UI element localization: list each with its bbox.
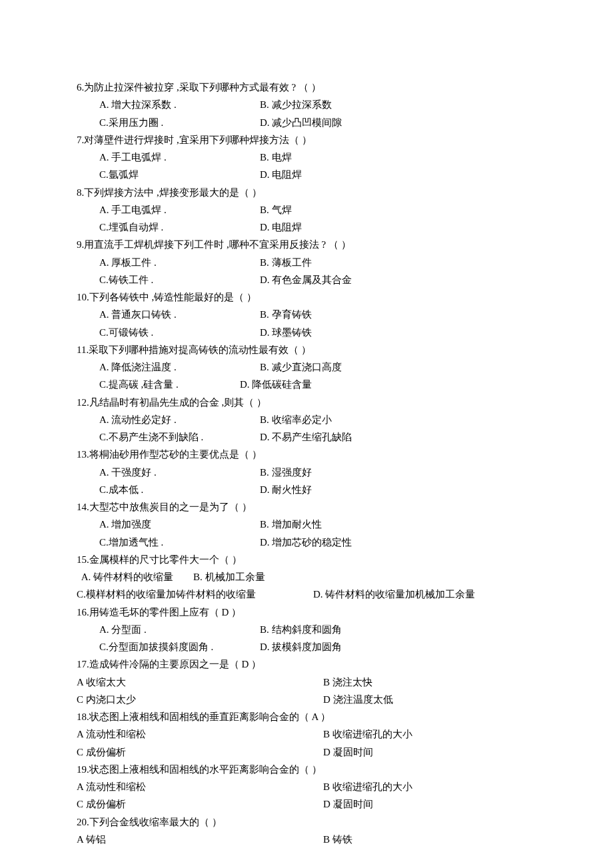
question-19: 19.状态图上液相线和固相线的水平距离影响合金的（ ） A 流动性和缩松 B 收…	[77, 761, 536, 813]
options-line-1: A. 铸件材料的收缩量 B. 机械加工余量	[77, 568, 536, 586]
option-b: B 收缩进缩孔的大小	[323, 778, 412, 795]
option-c: C.提高碳 ,硅含量 .	[77, 376, 240, 393]
question-11: 11.采取下列哪种措施对提高铸铁的流动性最有效（ ） A. 降低浇注温度 . B…	[77, 341, 536, 394]
options-row: A. 增加强度 B. 增加耐火性	[77, 516, 536, 533]
option-d: D. 耐火性好	[260, 481, 312, 498]
option-b: B. 薄板工件	[260, 254, 312, 271]
option-c: C.埋弧自动焊 .	[77, 218, 260, 236]
q-body: 采取下列哪种措施对提高铸铁的流动性最有效（ ）	[89, 344, 311, 355]
option-c: C 成份偏析	[77, 743, 323, 761]
question-18: 18.状态图上液相线和固相线的垂直距离影响合金的（ A ） A 流动性和缩松 B…	[77, 708, 536, 761]
options-row: A. 厚板工件 . B. 薄板工件	[77, 254, 536, 271]
option-d: D. 有色金属及其合金	[260, 271, 352, 288]
option-c: C 内浇口太少	[77, 691, 323, 708]
question-text: 13.将桐油砂用作型芯砂的主要优点是（ ）	[77, 446, 536, 463]
q-num: 14	[77, 502, 87, 512]
question-text: 14.大型芯中放焦炭目的之一是为了（ ）	[77, 498, 536, 516]
question-10: 10.下列各铸铁中 ,铸造性能最好的是（ ） A. 普通灰口铸铁 . B. 孕育…	[77, 288, 536, 341]
options-row: C.提高碳 ,硅含量 . D. 降低碳硅含量	[77, 376, 536, 393]
q-num: 16	[77, 607, 87, 618]
option-c: C.增加透气性 .	[77, 534, 260, 551]
option-b: B 收缩进缩孔的大小	[323, 725, 412, 743]
options-line-2: C.模样材料的收缩量加铸件材料的收缩量 D. 铸件材料的收缩量加机械加工余量	[77, 586, 536, 603]
options-row: C.采用压力圈 . D. 减少凸凹模间隙	[77, 114, 536, 131]
option-b: B. 孕育铸铁	[260, 306, 312, 323]
option-a: A. 干强度好 .	[77, 464, 260, 481]
question-20: 20.下列合金线收缩率最大的（ ） A 铸铝 B 铸铁	[77, 813, 536, 849]
question-text: 8.下列焊接方法中 ,焊接变形最大的是（ ）	[77, 184, 536, 201]
option-a: A 流动性和缩松	[77, 778, 323, 795]
options-row: A. 手工电弧焊 . B. 电焊	[77, 149, 536, 166]
option-c: C 成份偏析	[77, 795, 323, 813]
options-row: C.埋弧自动焊 . D. 电阻焊	[77, 218, 536, 236]
question-17: 17.造成铸件冷隔的主要原因之一是（ D ） A 收缩太大 B 浇注太快 C 内…	[77, 655, 536, 708]
q-num: 9	[77, 239, 82, 250]
question-8: 8.下列焊接方法中 ,焊接变形最大的是（ ） A. 手工电弧焊 . B. 气焊 …	[77, 184, 536, 236]
options-row: C.可锻铸铁 . D. 球墨铸铁	[77, 324, 536, 341]
question-12: 12.凡结晶时有初晶先生成的合金 ,则其（ ） A. 流动性必定好 . B. 收…	[77, 394, 536, 446]
options-row: A 收缩太大 B 浇注太快	[77, 673, 536, 691]
options-row: C 内浇口太少 D 浇注温度太低	[77, 691, 536, 708]
option-d: D 浇注温度太低	[323, 691, 393, 708]
question-13: 13.将桐油砂用作型芯砂的主要优点是（ ） A. 干强度好 . B. 湿强度好 …	[77, 446, 536, 498]
q-num: 15	[77, 554, 87, 565]
options-row: A. 流动性必定好 . B. 收缩率必定小	[77, 411, 536, 428]
option-b: B. 增加耐火性	[260, 516, 322, 533]
option-d: D. 降低碳硅含量	[240, 376, 312, 393]
q-num: 10	[77, 292, 87, 302]
options-row: C.成本低 . D. 耐火性好	[77, 481, 536, 498]
q-num: 11	[77, 344, 86, 355]
question-9: 9.用直流手工焊机焊接下列工件时 ,哪种不宜采用反接法 ? （ ） A. 厚板工…	[77, 236, 536, 288]
options-row: C 成份偏析 D 凝固时间	[77, 795, 536, 813]
question-text: 6.为防止拉深件被拉穿 ,采取下列哪种方式最有效 ? （ ）	[77, 79, 536, 96]
option-a: A 收缩太大	[77, 673, 323, 691]
option-a: A 铸铝	[77, 831, 323, 848]
options-row: A. 降低浇注温度 . B. 减少直浇口高度	[77, 358, 536, 376]
option-b: B 浇注太快	[323, 673, 372, 691]
q-body: 大型芯中放焦炭目的之一是为了（ ）	[89, 502, 252, 512]
option-c: C.成本低 .	[77, 481, 260, 498]
option-d: D 凝固时间	[323, 795, 373, 813]
q-num: 20	[77, 817, 87, 827]
question-7: 7.对薄壁件进行焊接时 ,宜采用下列哪种焊接方法（ ） A. 手工电弧焊 . B…	[77, 131, 536, 184]
question-text: 15.金属模样的尺寸比零件大一个（ ）	[77, 551, 536, 568]
option-a: A. 手工电弧焊 .	[77, 201, 260, 218]
option-a: A. 手工电弧焊 .	[77, 149, 260, 166]
q-body: 用直流手工焊机焊接下列工件时 ,哪种不宜采用反接法 ? （ ）	[84, 239, 350, 250]
option-b: B. 电焊	[260, 149, 292, 166]
option-a: A. 增加强度	[77, 516, 260, 533]
question-text: 7.对薄壁件进行焊接时 ,宜采用下列哪种焊接方法（ ）	[77, 131, 536, 149]
option-d: D. 球墨铸铁	[260, 324, 312, 341]
question-6: 6.为防止拉深件被拉穿 ,采取下列哪种方式最有效 ? （ ） A. 增大拉深系数…	[77, 79, 536, 131]
option-a: A 流动性和缩松	[77, 725, 323, 743]
option-d: D. 减少凸凹模间隙	[260, 114, 342, 131]
option-b: B. 收缩率必定小	[260, 411, 332, 428]
question-14: 14.大型芯中放焦炭目的之一是为了（ ） A. 增加强度 B. 增加耐火性 C.…	[77, 498, 536, 551]
options-row: A. 干强度好 . B. 湿强度好	[77, 464, 536, 481]
q-body: 对薄壁件进行焊接时 ,宜采用下列哪种焊接方法（ ）	[84, 135, 311, 145]
q-body: 凡结晶时有初晶先生成的合金 ,则其（ ）	[89, 397, 267, 408]
question-text: 20.下列合金线收缩率最大的（ ）	[77, 813, 536, 831]
option-d: D 凝固时间	[323, 743, 373, 761]
q-num: 18	[77, 711, 87, 722]
option-b: B. 减少直浇口高度	[260, 358, 342, 376]
option-a: A. 分型面 .	[77, 621, 260, 638]
option-d: D. 增加芯砂的稳定性	[260, 534, 352, 551]
option-a: A. 普通灰口铸铁 .	[77, 306, 260, 323]
option-c: C.不易产生浇不到缺陷 .	[77, 428, 260, 446]
option-d: D. 电阻焊	[260, 166, 302, 183]
q-num: 19	[77, 764, 87, 775]
option-a: A. 流动性必定好 .	[77, 411, 260, 428]
q-num: 8	[77, 187, 82, 198]
options-row: C.增加透气性 . D. 增加芯砂的稳定性	[77, 534, 536, 551]
options-row: C.铸铁工件 . D. 有色金属及其合金	[77, 271, 536, 288]
q-body: 状态图上液相线和固相线的垂直距离影响合金的（ A ）	[89, 711, 331, 722]
option-a: A. 增大拉深系数 .	[77, 96, 260, 113]
option-c: C.可锻铸铁 .	[77, 324, 260, 341]
option-b: B. 减少拉深系数	[260, 96, 332, 113]
option-a: A. 厚板工件 .	[77, 254, 260, 271]
question-15: 15.金属模样的尺寸比零件大一个（ ） A. 铸件材料的收缩量 B. 机械加工余…	[77, 551, 536, 604]
option-c: C.铸铁工件 .	[77, 271, 260, 288]
q-body: 造成铸件冷隔的主要原因之一是（ D ）	[89, 659, 261, 669]
option-c: C.氩弧焊	[77, 166, 260, 183]
